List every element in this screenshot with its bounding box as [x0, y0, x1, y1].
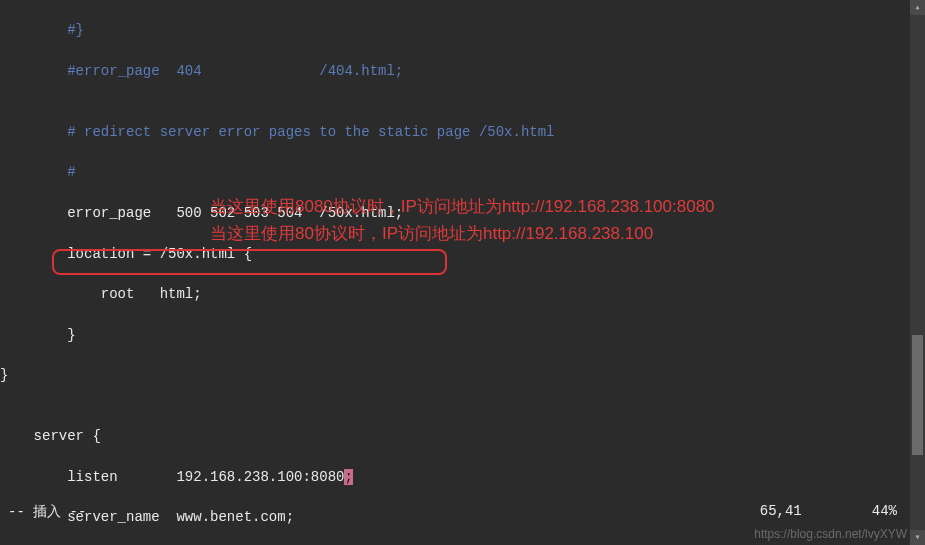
scrollbar[interactable]: ▴ ▾ — [910, 0, 925, 545]
cursor: ; — [344, 469, 352, 485]
watermark: https://blog.csdn.net/lvyXYW — [754, 527, 907, 541]
code-line-listen: listen 192.168.238.100:8080; — [0, 467, 925, 487]
code-line: } — [0, 325, 925, 345]
vim-mode: -- 插入 -- — [8, 503, 86, 521]
code-editor[interactable]: #} #error_page 404 /404.html; # redirect… — [0, 0, 925, 545]
scroll-down-arrow[interactable]: ▾ — [910, 530, 925, 545]
code-line: root html; — [0, 284, 925, 304]
code-line: #error_page 404 /404.html; — [0, 61, 925, 81]
vim-statusbar: -- 插入 -- 65,41 44% — [0, 503, 925, 521]
annotation-text: 当这里使用8080协议时，IP访问地址为http://192.168.238.1… — [210, 195, 715, 218]
code-line: # redirect server error pages to the sta… — [0, 122, 925, 142]
code-line: location = /50x.html { — [0, 244, 925, 264]
code-line: #} — [0, 20, 925, 40]
scrollbar-thumb[interactable] — [912, 335, 923, 455]
scroll-up-arrow[interactable]: ▴ — [910, 0, 925, 15]
code-line: } — [0, 365, 925, 385]
code-line: # — [0, 162, 925, 182]
annotation-text: 当这里使用80协议时，IP访问地址为http://192.168.238.100 — [210, 222, 653, 245]
cursor-position: 65,41 — [760, 503, 872, 521]
code-line: server { — [0, 426, 925, 446]
